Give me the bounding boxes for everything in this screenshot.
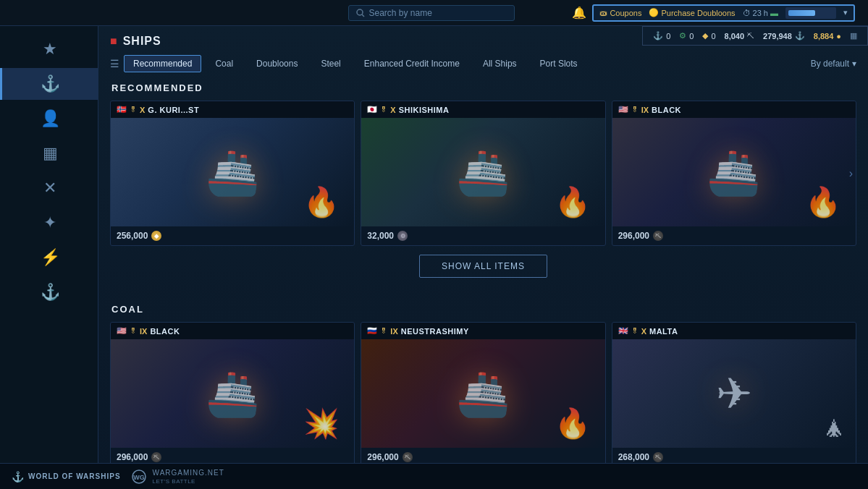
star-icon: ★ bbox=[43, 40, 57, 59]
doubloon-ico-kuri: ◆ bbox=[151, 231, 161, 241]
name-malta: MALTA bbox=[649, 327, 678, 336]
timer-display: ⏱ 23 h ▬ bbox=[743, 9, 778, 17]
svg-text:WG: WG bbox=[133, 474, 145, 481]
svg-line-1 bbox=[362, 14, 364, 17]
currency-item-1: ⚓ 0 bbox=[653, 31, 670, 41]
ship-card-header-kuri: 🇳🇴 🎖 X G. KURI...ST bbox=[111, 101, 354, 118]
currency-details-panel: ⚓ 0 ⚙ 0 ◆ 0 8,040 ⛏ 279,948 ⚓ 8,884 ● ▦ bbox=[642, 26, 868, 46]
person-icon: 👤 bbox=[41, 109, 60, 128]
ship-silhouette-kuri: 🚢 bbox=[206, 147, 260, 198]
ship-image-shiki: 🚢 🔥 bbox=[361, 118, 604, 226]
ship-silhouette-malta: ✈ bbox=[716, 368, 752, 419]
fire-effect-black-rec: 🔥 bbox=[805, 185, 841, 219]
currency-item-3: ◆ 0 bbox=[702, 31, 715, 41]
coal-icon: ⛏ bbox=[747, 32, 754, 40]
ship-card-black-coal[interactable]: 🇺🇸 🎖 IX BLACK 🚢 💥 296,000 ⛏ bbox=[110, 322, 355, 467]
tier-shiki: X bbox=[390, 106, 395, 114]
doubloon-icon: 🟡 bbox=[649, 8, 659, 17]
notification-bell[interactable]: 🔔 bbox=[572, 6, 586, 20]
ship-card-shiki[interactable]: 🇯🇵 🎖 X SHIKISHIMA 🚢 🔥 32,000 ⚙ bbox=[361, 101, 605, 246]
currency-panel: 🎟 Coupons 🟡 Purchase Doubloons ⏱ 23 h ▬ … bbox=[592, 4, 855, 22]
page-title: Ships bbox=[123, 35, 161, 48]
sort-button[interactable]: By default ▾ bbox=[811, 59, 856, 69]
ship-image-neustr: 🚢 🔥 bbox=[361, 339, 604, 448]
premium-badge-kuri: 🎖 bbox=[130, 106, 137, 114]
tier-malta: X bbox=[641, 327, 646, 336]
currency-item-credits: 279,948 ⚓ bbox=[763, 31, 805, 41]
premium-badge-black-coal: 🎖 bbox=[130, 327, 137, 335]
main-content: ■ Ships ☰ Recommended Coal Doubloons Ste… bbox=[98, 26, 868, 489]
filter-icon[interactable]: ☰ bbox=[110, 58, 119, 69]
price-kuri: 256,000 bbox=[117, 231, 148, 241]
coupons-button[interactable]: 🎟 Coupons bbox=[599, 9, 641, 17]
ship-card-neustr[interactable]: 🇷🇺 🎖 IX NEUSTRASHIMY 🚢 🔥 296,000 ⛏ bbox=[361, 322, 605, 467]
svg-point-0 bbox=[357, 9, 363, 15]
ship-card-header-malta: 🇬🇧 🎖 X MALTA bbox=[612, 323, 856, 339]
sidebar-item-port[interactable]: ⚓ bbox=[0, 276, 98, 308]
flag-usa: 🇺🇸 bbox=[618, 105, 628, 114]
purchase-doubloons-button[interactable]: 🟡 Purchase Doubloons bbox=[649, 8, 735, 17]
coal-ico-neustr: ⛏ bbox=[403, 452, 413, 462]
name-shiki: SHIKISHIMA bbox=[399, 106, 450, 114]
extra-icon: ▦ bbox=[850, 31, 857, 41]
sidebar-item-favorites[interactable]: ★ bbox=[0, 33, 98, 65]
sidebar-item-ships[interactable]: ⚓ bbox=[0, 68, 98, 100]
sidebar-item-upgrades[interactable]: ✦ bbox=[0, 207, 98, 239]
sidebar-item-profile[interactable]: 👤 bbox=[0, 103, 98, 135]
coal-ico-malta: ⛏ bbox=[653, 452, 663, 462]
tier-kuri: X bbox=[140, 106, 145, 114]
ship-footer-shiki: 32,000 ⚙ bbox=[361, 226, 604, 245]
profile-dropdown[interactable]: ▾ bbox=[843, 8, 848, 17]
currency-icon-2: ⚙ bbox=[679, 31, 686, 41]
tab-doubloons[interactable]: Doubloons bbox=[247, 55, 307, 72]
name-black-coal: BLACK bbox=[150, 327, 180, 336]
ship-card-kuri[interactable]: 🇳🇴 🎖 X G. KURI...ST 🚢 🔥 256,000 ◆ bbox=[110, 101, 355, 246]
sidebar-item-tools[interactable]: ✕ bbox=[0, 172, 98, 204]
grid-icon: ▦ bbox=[43, 144, 58, 163]
flag-japan: 🇯🇵 bbox=[367, 105, 377, 114]
ship-card-malta[interactable]: 🇬🇧 🎖 X MALTA ✈ 🛦 268,000 ⛏ bbox=[612, 322, 856, 467]
recommended-section-header: RECOMMENDED bbox=[110, 82, 856, 93]
bottom-bar: ⚓ WORLD OF WARSHIPS WG WARGAMING.NET LET… bbox=[0, 463, 868, 489]
name-black-rec: BLACK bbox=[652, 106, 681, 114]
currency-item-coal: 8,040 ⛏ bbox=[725, 32, 755, 41]
sidebar-item-signals[interactable]: ⚡ bbox=[0, 242, 98, 273]
show-all-recommended-button[interactable]: SHOW ALL ITEMS bbox=[419, 255, 547, 278]
ship-silhouette-shiki: 🚢 bbox=[456, 147, 510, 198]
search-box[interactable]: Search by name bbox=[348, 5, 515, 21]
coal-ships-grid: 🇺🇸 🎖 IX BLACK 🚢 💥 296,000 ⛏ 🇷🇺 🎖 IX NEUS… bbox=[110, 322, 856, 467]
flag-norway: 🇳🇴 bbox=[117, 105, 127, 114]
coal-ico-black-coal: ⛏ bbox=[151, 452, 161, 462]
tab-recommended[interactable]: Recommended bbox=[124, 55, 201, 72]
tab-port-slots[interactable]: Port Slots bbox=[531, 55, 587, 72]
recommended-ships-grid: 🇳🇴 🎖 X G. KURI...ST 🚢 🔥 256,000 ◆ 🇯🇵 🎖 X… bbox=[110, 101, 856, 246]
currency-item-doubloons: 8,884 ● bbox=[814, 32, 841, 41]
premium-badge-malta: 🎖 bbox=[631, 327, 639, 335]
price-black-coal: 296,000 bbox=[117, 452, 148, 462]
fire-effect-kuri: 🔥 bbox=[303, 185, 340, 219]
flag-russia: 🇷🇺 bbox=[367, 326, 377, 336]
fire-effect-black-coal: 💥 bbox=[303, 407, 340, 441]
tab-enhanced-credit[interactable]: Enhanced Credit Income bbox=[355, 55, 469, 72]
credits-icon: ⚓ bbox=[795, 31, 805, 41]
tab-all-ships[interactable]: All Ships bbox=[473, 55, 526, 72]
flower-icon: ✦ bbox=[43, 213, 56, 232]
ship-card-header-black-coal: 🇺🇸 🎖 IX BLACK bbox=[111, 323, 354, 339]
premium-badge-shiki: 🎖 bbox=[380, 106, 387, 114]
doubloons-icon: ● bbox=[836, 32, 841, 41]
ship-footer-kuri: 256,000 ◆ bbox=[111, 226, 354, 245]
name-kuri: G. KURI...ST bbox=[148, 106, 199, 114]
timer-bar-icon: ▬ bbox=[770, 9, 778, 17]
sidebar-item-modules[interactable]: ▦ bbox=[0, 137, 98, 169]
ships-title-icon: ■ bbox=[110, 35, 117, 48]
price-neustr: 296,000 bbox=[367, 452, 398, 462]
progress-bar bbox=[785, 7, 836, 19]
premium-badge-black-rec: 🎖 bbox=[631, 106, 639, 114]
ship-silhouette-neustr: 🚢 bbox=[456, 368, 510, 420]
tier-black-rec: IX bbox=[641, 106, 649, 114]
ship-card-black-rec[interactable]: 🇺🇸 🎖 IX BLACK 🚢 🔥 296,000 ⛏ › bbox=[612, 101, 856, 246]
tab-coal[interactable]: Coal bbox=[206, 55, 243, 72]
tab-steel[interactable]: Steel bbox=[311, 55, 350, 72]
lightning-icon: ⚡ bbox=[41, 248, 60, 267]
wows-logo: ⚓ WORLD OF WARSHIPS bbox=[12, 471, 121, 482]
